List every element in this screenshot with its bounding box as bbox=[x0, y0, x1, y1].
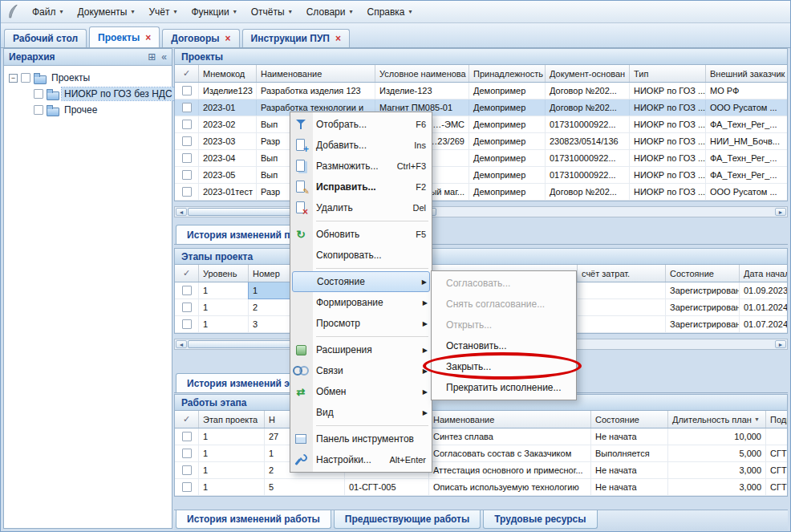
tab-desktop[interactable]: Рабочий стол bbox=[4, 29, 87, 47]
row-checkbox[interactable] bbox=[182, 86, 192, 95]
table-row[interactable]: 11Согласовать состав с ЗаказчикомВыполня… bbox=[175, 445, 787, 462]
context-menu-item-formation[interactable]: Формирование▶ bbox=[292, 292, 430, 313]
column-header-external-customer[interactable]: Внешний заказчик bbox=[706, 65, 788, 82]
column-header-number[interactable]: Номер bbox=[249, 265, 293, 282]
column-header-mnemocode[interactable]: Мнемокод bbox=[199, 65, 257, 82]
tree-checkbox[interactable] bbox=[21, 73, 30, 83]
row-checkbox[interactable] bbox=[182, 153, 192, 163]
row-checkbox[interactable] bbox=[182, 120, 192, 129]
table-row[interactable]: 2023-01тестРазр…ый маг...ДемопримерДогов… bbox=[175, 184, 787, 201]
row-checkbox[interactable] bbox=[182, 103, 192, 112]
column-header-project-stage[interactable]: Этап проекта bbox=[199, 411, 265, 428]
context-menu-item-state[interactable]: Состояние▶ bbox=[292, 271, 430, 292]
submenu-item-open[interactable]: Открыть... bbox=[433, 315, 574, 335]
context-menu-item-refresh[interactable]: ОбновитьF5 bbox=[292, 224, 430, 245]
context-menu-item-delete[interactable]: УдалитьDel bbox=[292, 197, 430, 218]
tree-item-projects-root[interactable]: −Проекты bbox=[6, 70, 170, 86]
column-header-state[interactable]: Состояние bbox=[666, 265, 740, 282]
menubar-item-help[interactable]: Справка▾ bbox=[359, 3, 419, 21]
table-row[interactable]: 2023-05ВыпДемопример017310000922...НИОКР… bbox=[175, 167, 787, 184]
close-icon[interactable]: × bbox=[335, 34, 341, 43]
row-checkbox[interactable] bbox=[182, 136, 192, 146]
context-menu-item-copy[interactable]: Скопировать... bbox=[292, 245, 430, 266]
column-header-plan-start-date[interactable]: Дата начала план bbox=[740, 265, 788, 282]
scroll-right-arrow-icon[interactable]: ► bbox=[775, 340, 786, 348]
context-menu-item-appearance[interactable]: Вид▶ bbox=[292, 402, 430, 423]
column-header-check[interactable]: ✓ bbox=[175, 65, 199, 82]
submenu-item-terminate[interactable]: Прекратить исполнение... bbox=[433, 377, 574, 398]
column-header-base-document[interactable]: Документ-основан bbox=[546, 65, 630, 82]
column-header-name[interactable]: Наименование bbox=[429, 411, 591, 428]
context-menu-item-settings[interactable]: Настройки...Alt+Enter bbox=[292, 449, 430, 470]
column-header-ownership[interactable]: Принадлежность bbox=[469, 65, 546, 82]
panel-grid-icon[interactable]: ⊞ bbox=[148, 51, 156, 63]
submenu-item-remove-approval[interactable]: Снять согласование... bbox=[433, 294, 574, 315]
menubar-item-functions[interactable]: Функции▾ bbox=[184, 3, 243, 21]
menubar-item-documents[interactable]: Документы▾ bbox=[71, 3, 142, 21]
context-menu-item-edit[interactable]: Исправить...F2 bbox=[292, 177, 430, 197]
row-checkbox[interactable] bbox=[182, 286, 192, 295]
menubar-items: Файл▾Документы▾Учёт▾Функции▾Отчёты▾Слова… bbox=[25, 3, 420, 21]
scroll-left-arrow-icon[interactable]: ◄ bbox=[176, 340, 187, 348]
bottom-tab-preceding-works[interactable]: Предшествующие работы bbox=[334, 510, 481, 529]
submenu-item-stop[interactable]: Остановить... bbox=[433, 335, 574, 356]
collapse-panel-icon[interactable]: « bbox=[161, 51, 167, 63]
table-row[interactable]: Изделие123Разработка изделия 123Изделие-… bbox=[175, 83, 787, 99]
column-header-level[interactable]: Уровень bbox=[199, 265, 249, 282]
context-menu-item-duplicate[interactable]: Размножить...Ctrl+F3 bbox=[292, 156, 430, 177]
tree-expander-icon[interactable]: − bbox=[9, 74, 18, 83]
close-icon[interactable]: × bbox=[225, 34, 231, 43]
table-row[interactable]: 2023-02Вып…-ЭМСДемопример017310000922...… bbox=[175, 116, 787, 133]
projects-horizontal-scrollbar[interactable]: ◄ ► bbox=[174, 206, 788, 217]
row-checkbox[interactable] bbox=[182, 170, 192, 180]
row-checkbox[interactable] bbox=[182, 187, 192, 197]
tree-checkbox[interactable] bbox=[34, 89, 43, 99]
tab-projects[interactable]: Проекты× bbox=[89, 26, 160, 47]
column-header-cost-calc[interactable]: счёт затрат. bbox=[578, 265, 666, 282]
context-menu-item-preview[interactable]: Просмотр▶ bbox=[292, 313, 430, 334]
menubar-item-accounting[interactable]: Учёт▾ bbox=[141, 3, 184, 21]
bottom-tab-labor-resources[interactable]: Трудовые ресурсы bbox=[483, 510, 597, 529]
column-header-check[interactable]: ✓ bbox=[175, 265, 199, 282]
submenu-item-close[interactable]: Закрыть... bbox=[433, 356, 574, 377]
context-menu-item-toolbar-panel[interactable]: Панель инструментов bbox=[292, 428, 430, 449]
row-checkbox[interactable] bbox=[182, 449, 192, 458]
table-row[interactable]: 2023-01Разработка технологии иМагнит ПМ0… bbox=[175, 99, 787, 116]
tree-item-prochee[interactable]: Прочее bbox=[6, 102, 170, 118]
table-row[interactable]: 127Синтез сплаваНе начата10,000 bbox=[175, 428, 787, 445]
row-checkbox[interactable] bbox=[182, 465, 192, 475]
column-header-check[interactable]: ✓ bbox=[175, 411, 199, 428]
column-header-plan-duration[interactable]: Длительность план▼ bbox=[668, 411, 766, 428]
tab-contracts[interactable]: Договоры× bbox=[162, 29, 239, 47]
tree-checkbox[interactable] bbox=[34, 105, 43, 115]
context-menu-item-links[interactable]: Связи▶ bbox=[292, 360, 430, 381]
submenu-item-approve[interactable]: Согласовать... bbox=[433, 273, 574, 294]
row-checkbox[interactable] bbox=[182, 432, 192, 441]
column-header-type[interactable]: Тип bbox=[630, 65, 706, 82]
context-menu-item-exchange[interactable]: Обмен▶ bbox=[292, 381, 430, 402]
scroll-right-arrow-icon[interactable]: ► bbox=[775, 208, 786, 216]
column-header-state[interactable]: Состояние bbox=[591, 411, 668, 428]
menubar-item-file[interactable]: Файл▾ bbox=[25, 3, 71, 21]
row-checkbox[interactable] bbox=[182, 319, 192, 329]
column-header-department[interactable]: Подр bbox=[766, 411, 788, 428]
tab-instructions[interactable]: Инструкции ПУП× bbox=[242, 29, 350, 47]
context-menu-item-filter[interactable]: Отобрать...F6 bbox=[292, 114, 430, 135]
tab-stage-change-history[interactable]: История изменений э... bbox=[176, 373, 309, 392]
column-header-name[interactable]: Наименование bbox=[257, 65, 375, 82]
menubar-item-dictionaries[interactable]: Словари▾ bbox=[299, 3, 360, 21]
context-menu-item-extensions[interactable]: Расширения▶ bbox=[292, 339, 430, 360]
table-row[interactable]: 1501-СГТ-005Описать используемую техноло… bbox=[175, 479, 787, 496]
table-row[interactable]: 2023-04ВыпДемопример017310000922...НИОКР… bbox=[175, 150, 787, 167]
column-header-conditional-name[interactable]: Условное наименова bbox=[375, 65, 469, 82]
table-row[interactable]: 2023-03Разр…23/269Демопример230823/0514/… bbox=[175, 133, 787, 150]
bottom-tab-work-history[interactable]: История изменений работы bbox=[176, 510, 331, 529]
row-checkbox[interactable] bbox=[182, 482, 192, 492]
tree-item-niokr-goz-bez-nds[interactable]: НИОКР по ГОЗ без НДС bbox=[6, 86, 170, 102]
scroll-left-arrow-icon[interactable]: ◄ bbox=[176, 208, 187, 216]
context-menu-item-add[interactable]: Добавить...Ins bbox=[292, 135, 430, 156]
menubar-item-reports[interactable]: Отчёты▾ bbox=[244, 3, 299, 21]
table-row[interactable]: 12Аттестация основного и примесног...Не … bbox=[175, 462, 787, 479]
row-checkbox[interactable] bbox=[182, 303, 192, 312]
close-icon[interactable]: × bbox=[145, 33, 151, 43]
